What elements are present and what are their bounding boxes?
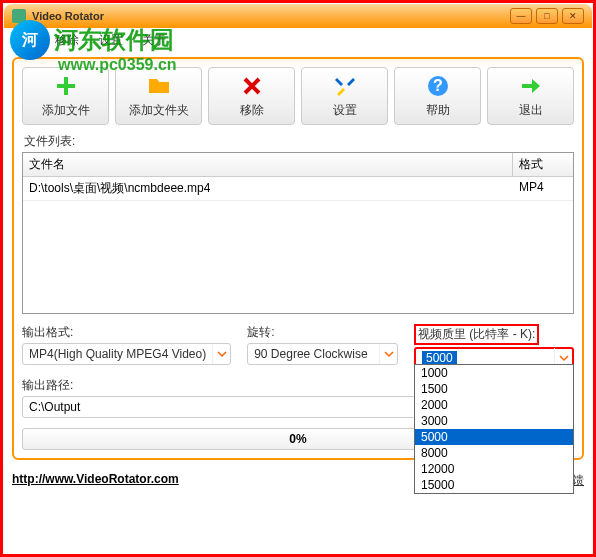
bitrate-option[interactable]: 1000	[415, 365, 573, 381]
cell-format: MP4	[513, 177, 573, 200]
settings-label: 设置	[333, 102, 357, 119]
settings-button[interactable]: 设置	[301, 67, 388, 125]
main-panel: 添加文件 添加文件夹 移除 设置 ? 帮助 退出 文件列表: 文件名 格式 D	[12, 57, 584, 460]
title-bar: Video Rotator — □ ✕	[4, 4, 592, 28]
table-header: 文件名 格式	[23, 153, 573, 177]
chevron-down-icon[interactable]	[212, 344, 230, 364]
header-format[interactable]: 格式	[513, 153, 573, 176]
bitrate-option[interactable]: 8000	[415, 445, 573, 461]
remove-label: 移除	[240, 102, 264, 119]
cell-filename: D:\tools\桌面\视频\ncmbdeee.mp4	[23, 177, 513, 200]
toolbar: 添加文件 添加文件夹 移除 设置 ? 帮助 退出	[22, 67, 574, 125]
exit-label: 退出	[519, 102, 543, 119]
output-format-value: MP4(High Quality MPEG4 Video)	[23, 347, 212, 361]
menu-file[interactable]: 文件	[12, 32, 36, 49]
bitrate-option[interactable]: 2000	[415, 397, 573, 413]
output-format-group: 输出格式: MP4(High Quality MPEG4 Video)	[22, 324, 231, 369]
file-list-label: 文件列表:	[22, 133, 574, 150]
svg-text:?: ?	[433, 77, 443, 94]
output-format-label: 输出格式:	[22, 324, 231, 341]
menu-remove[interactable]: 移除	[55, 32, 79, 49]
bitrate-value: 5000	[416, 351, 554, 365]
help-icon: ?	[426, 74, 450, 98]
minimize-button[interactable]: —	[510, 8, 532, 24]
file-table: 文件名 格式 D:\tools\桌面\视频\ncmbdeee.mp4 MP4	[22, 152, 574, 314]
header-filename[interactable]: 文件名	[23, 153, 513, 176]
progress-text: 0%	[289, 432, 306, 446]
maximize-button[interactable]: □	[536, 8, 558, 24]
chevron-down-icon[interactable]	[379, 344, 397, 364]
x-icon	[240, 74, 264, 98]
add-file-button[interactable]: 添加文件	[22, 67, 109, 125]
window-title: Video Rotator	[32, 10, 510, 22]
app-icon	[12, 9, 26, 23]
help-label: 帮助	[426, 102, 450, 119]
output-format-combo[interactable]: MP4(High Quality MPEG4 Video)	[22, 343, 231, 365]
bitrate-option[interactable]: 15000	[415, 477, 573, 493]
tools-icon	[333, 74, 357, 98]
menu-bar: 文件 移除 设置 关于	[4, 28, 592, 53]
folder-icon	[147, 74, 171, 98]
rotate-combo[interactable]: 90 Degree Clockwise	[247, 343, 398, 365]
remove-button[interactable]: 移除	[208, 67, 295, 125]
plus-icon	[54, 74, 78, 98]
rotate-value: 90 Degree Clockwise	[248, 347, 379, 361]
help-button[interactable]: ? 帮助	[394, 67, 481, 125]
exit-button[interactable]: 退出	[487, 67, 574, 125]
bitrate-label: 视频质里 (比特率 - K):	[414, 324, 539, 345]
bitrate-option[interactable]: 1500	[415, 381, 573, 397]
arrow-right-icon	[519, 74, 543, 98]
add-folder-button[interactable]: 添加文件夹	[115, 67, 202, 125]
rotate-group: 旋转: 90 Degree Clockwise	[247, 324, 398, 369]
options-row: 输出格式: MP4(High Quality MPEG4 Video) 旋转: …	[22, 324, 574, 369]
bitrate-option[interactable]: 3000	[415, 413, 573, 429]
add-folder-label: 添加文件夹	[129, 102, 189, 119]
bitrate-option[interactable]: 12000	[415, 461, 573, 477]
bitrate-option-selected[interactable]: 5000	[415, 429, 573, 445]
menu-about[interactable]: 关于	[142, 32, 166, 49]
rotate-label: 旋转:	[247, 324, 398, 341]
bitrate-dropdown: 1000 1500 2000 3000 5000 8000 12000 1500…	[414, 364, 574, 494]
close-button[interactable]: ✕	[562, 8, 584, 24]
window-controls: — □ ✕	[510, 8, 584, 24]
website-link[interactable]: http://www.VideoRotator.com	[12, 472, 179, 489]
bitrate-group: 视频质里 (比特率 - K): 5000 1000 1500 2000 3000…	[414, 324, 574, 369]
menu-settings[interactable]: 设置	[99, 32, 123, 49]
add-file-label: 添加文件	[42, 102, 90, 119]
table-row[interactable]: D:\tools\桌面\视频\ncmbdeee.mp4 MP4	[23, 177, 573, 201]
